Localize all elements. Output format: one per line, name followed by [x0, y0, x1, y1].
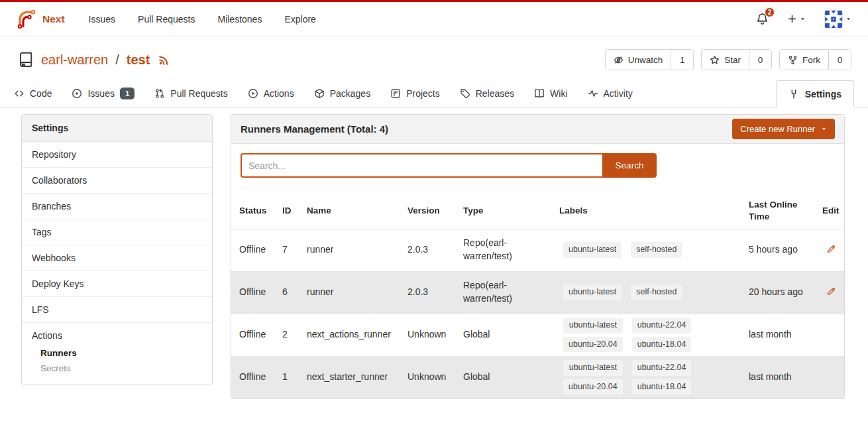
runner-type: Repo(earl-warren/test): [463, 271, 559, 314]
tab-actions-label: Actions: [264, 88, 294, 99]
runner-type: Global: [463, 356, 559, 398]
page-title: Runners Management (Total: 4): [241, 123, 388, 135]
sidebar-item-collaborators[interactable]: Collaborators: [22, 168, 212, 194]
sidebar-item-deploy-keys[interactable]: Deploy Keys: [22, 271, 212, 297]
fork-icon: [788, 55, 798, 65]
sidebar-item-actions[interactable]: Actions: [32, 330, 202, 341]
tab-wiki[interactable]: Wiki: [534, 80, 567, 107]
runner-label-chip: ubuntu-18.04: [632, 337, 692, 353]
runner-label-chip: ubuntu-18.04: [632, 379, 692, 395]
tab-pull-requests-label: Pull Requests: [170, 88, 227, 99]
tab-wiki-label: Wiki: [550, 88, 567, 99]
star-icon: [710, 55, 720, 65]
runner-label-chip: ubuntu-latest: [563, 318, 623, 334]
sidebar-subitem-secrets[interactable]: Secrets: [32, 361, 202, 376]
tab-pull-requests[interactable]: Pull Requests: [154, 80, 227, 107]
runner-search-row: Search: [231, 144, 844, 178]
unwatch-button[interactable]: Unwatch: [606, 50, 671, 70]
star-label: Star: [724, 55, 741, 65]
runner-labels: ubuntu-latestubuntu-22.04ubuntu-20.04ubu…: [559, 356, 749, 398]
sidebar-subitem-runners[interactable]: Runners: [32, 345, 202, 361]
column-header-labels: Labels: [559, 193, 749, 229]
navbar-links: IssuesPull RequestsMilestonesExplore: [89, 14, 316, 25]
runner-label-chip: ubuntu-latest: [563, 242, 622, 258]
pulse-icon: [588, 88, 598, 99]
runner-label-chip: ubuntu-22.04: [632, 318, 692, 334]
repo-tab-bar: CodeIssues1Pull RequestsActionsPackagesP…: [0, 80, 868, 107]
runner-label-chip: ubuntu-latest: [563, 284, 622, 300]
notifications-button[interactable]: 2: [756, 13, 769, 25]
pencil-icon: [826, 286, 836, 296]
chevron-down-icon: [845, 16, 851, 22]
sidebar-item-tags[interactable]: Tags: [22, 219, 212, 245]
runner-labels-list: ubuntu-latestself-hosted: [559, 242, 745, 258]
create-new-runner-button[interactable]: Create new Runner: [732, 119, 835, 139]
sidebar-item-repository[interactable]: Repository: [22, 142, 212, 168]
star-button[interactable]: Star: [702, 50, 749, 70]
tab-packages-label: Packages: [330, 88, 370, 99]
tab-releases[interactable]: Releases: [460, 80, 514, 107]
tab-activity[interactable]: Activity: [588, 80, 633, 107]
sidebar-list: RepositoryCollaboratorsBranchesTagsWebho…: [22, 142, 212, 323]
table-row: Offline7runner2.0.3Repo(earl-warren/test…: [231, 229, 845, 271]
runner-name: next_starter_runner: [307, 356, 407, 398]
runner-edit-cell: [822, 314, 845, 356]
runner-status: Offline: [231, 314, 282, 356]
navbar-item-issues[interactable]: Issues: [89, 14, 115, 25]
repo-title: earl-warren / test: [17, 51, 170, 68]
create-new-menu-button[interactable]: [787, 14, 806, 24]
runner-status: Offline: [231, 356, 282, 398]
repo-tabs: CodeIssues1Pull RequestsActionsPackagesP…: [14, 80, 633, 107]
column-header-edit: Edit: [822, 193, 845, 229]
unwatch-count-button[interactable]: 1: [671, 50, 693, 70]
runner-label-chip: ubuntu-22.04: [632, 360, 692, 376]
tab-settings-label: Settings: [805, 89, 841, 99]
tab-issues-label: Issues: [87, 88, 114, 99]
forgejo-repo-settings-page: Next IssuesPull RequestsMilestonesExplor…: [0, 0, 868, 427]
fork-button[interactable]: Fork: [780, 50, 828, 70]
column-header-status: Status: [231, 193, 282, 229]
tab-packages[interactable]: Packages: [314, 80, 370, 107]
repo-owner-link[interactable]: earl-warren: [41, 52, 108, 68]
sidebar-item-branches[interactable]: Branches: [22, 194, 212, 219]
project-icon: [390, 88, 401, 99]
home-link[interactable]: Next: [17, 9, 65, 29]
edit-runner-button[interactable]: [822, 243, 836, 256]
repo-name-link[interactable]: test: [127, 52, 150, 68]
table-row: Offline2next_actions_runnerUnknownGlobal…: [231, 314, 845, 356]
column-header-id: ID: [282, 193, 307, 229]
tools-icon: [788, 89, 799, 99]
runners-table: StatusIDNameVersionTypeLabelsLast Online…: [231, 193, 845, 398]
tab-issues[interactable]: Issues1: [72, 80, 135, 107]
tab-settings[interactable]: Settings: [776, 80, 854, 107]
runner-last-online: last month: [749, 356, 822, 398]
runner-version: Unknown: [407, 356, 463, 398]
runner-labels: ubuntu-latestself-hosted: [559, 271, 749, 314]
navbar-item-pull-requests[interactable]: Pull Requests: [138, 14, 195, 25]
chevron-down-icon: [800, 16, 806, 22]
rss-feed-icon[interactable]: [158, 54, 170, 66]
forgejo-logo-icon: [17, 9, 36, 29]
edit-runner-button[interactable]: [822, 285, 836, 298]
user-menu-button[interactable]: [824, 10, 851, 29]
fork-button-group: Fork0: [779, 49, 851, 70]
tab-actions[interactable]: Actions: [248, 80, 294, 107]
sidebar-item-webhooks[interactable]: Webhooks: [22, 245, 212, 271]
brand-name: Next: [42, 13, 65, 25]
star-count-button[interactable]: 0: [749, 50, 771, 70]
runner-id: 1: [282, 356, 307, 398]
search-button[interactable]: Search: [602, 153, 657, 178]
search-input[interactable]: [241, 153, 602, 178]
sidebar-item-lfs[interactable]: LFS: [22, 297, 212, 323]
issue-icon: [72, 88, 82, 99]
runners-table-body: Offline7runner2.0.3Repo(earl-warren/test…: [231, 229, 845, 398]
eye-slash-icon: [614, 55, 624, 65]
tab-code[interactable]: Code: [14, 80, 52, 107]
navbar-item-explore[interactable]: Explore: [284, 14, 315, 25]
fork-count-button[interactable]: 0: [828, 50, 851, 70]
runner-version: Unknown: [407, 314, 463, 356]
table-header-row: StatusIDNameVersionTypeLabelsLast Online…: [231, 193, 845, 229]
tab-projects[interactable]: Projects: [390, 80, 440, 107]
runners-panel: Runners Management (Total: 4) Create new…: [231, 114, 845, 399]
navbar-item-milestones[interactable]: Milestones: [217, 14, 262, 25]
